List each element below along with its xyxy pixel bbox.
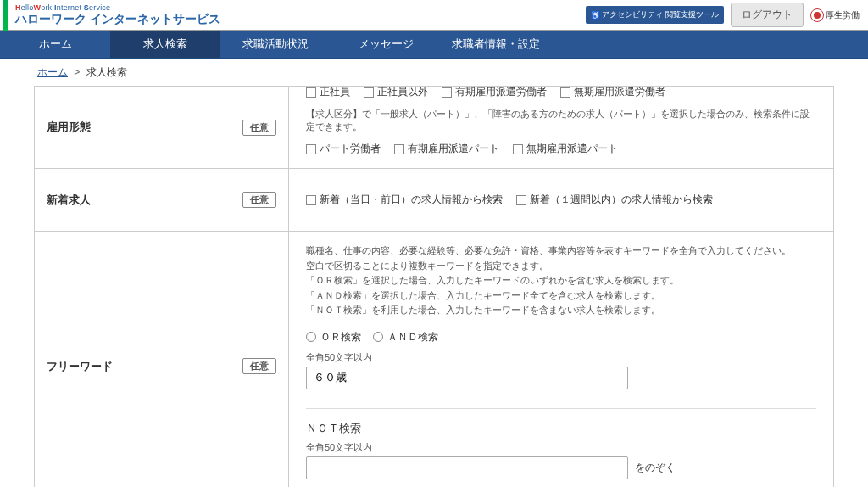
checkbox-icon xyxy=(306,87,316,98)
not-after-label: をのぞく xyxy=(635,461,676,475)
chk-other-fulltime[interactable]: 正社員以外 xyxy=(364,85,428,99)
accessibility-badge[interactable]: ♿ アクセシビリティ 閲覧支援ツール xyxy=(586,6,724,24)
radio-or[interactable]: ＯＲ検索 xyxy=(306,330,361,344)
cell-freeword-label: フリーワード 任意 xyxy=(35,232,289,488)
freeword-limit-label: 全角50文字以内 xyxy=(306,351,816,364)
accessibility-label: アクセシビリティ 閲覧支援ツール xyxy=(602,9,719,20)
nav-activity[interactable]: 求職活動状況 xyxy=(220,31,331,58)
nav-message[interactable]: メッセージ xyxy=(331,31,441,58)
breadcrumb-current: 求人検索 xyxy=(86,66,127,78)
chk-fixed-dispatch[interactable]: 有期雇用派遣労働者 xyxy=(442,85,547,99)
search-form-table: 雇用形態 任意 正社員 正社員以外 有期雇用派遣労働者 無期雇用派遣労働者 【求… xyxy=(34,86,834,487)
brand-jp: ハローワーク インターネットサービス xyxy=(15,13,220,25)
nav-home[interactable]: ホーム xyxy=(0,31,110,58)
brand-stripe-icon xyxy=(3,0,8,31)
radio-icon xyxy=(373,332,383,342)
cell-new-label: 新着求人 任意 xyxy=(35,169,289,232)
topbar-inner: HelloWork Internet Service ハローワーク インターネッ… xyxy=(0,0,868,30)
checkbox-icon xyxy=(442,87,452,98)
freeword-help: 職種名、仕事の内容、必要な経験等、必要な免許・資格、事業内容等を表すキーワードを… xyxy=(306,244,816,318)
checkbox-icon xyxy=(394,144,404,154)
row-employment: 雇用形態 任意 正社員 正社員以外 有期雇用派遣労働者 無期雇用派遣労働者 【求… xyxy=(35,87,834,169)
not-search-head: ＮＯＴ検索 xyxy=(306,421,816,436)
freeword-label: フリーワード xyxy=(47,359,113,374)
checkbox-icon xyxy=(306,144,316,154)
chk-new-today[interactable]: 新着（当日・前日）の求人情報から検索 xyxy=(306,193,503,207)
checkbox-icon xyxy=(306,195,316,205)
tag-optional: 任意 xyxy=(242,192,276,208)
radio-icon xyxy=(306,332,316,342)
brand: HelloWork Internet Service ハローワーク インターネッ… xyxy=(15,4,220,25)
not-search-input[interactable] xyxy=(306,456,628,479)
new-label: 新着求人 xyxy=(47,193,91,208)
breadcrumb-home-link[interactable]: ホーム xyxy=(37,66,68,78)
breadcrumb: ホーム > 求人検索 xyxy=(0,59,868,86)
cell-new-content: 新着（当日・前日）の求人情報から検索 新着（１週間以内）の求人情報から検索 xyxy=(289,169,834,232)
navbar: ホーム 求人検索 求職活動状況 メッセージ 求職者情報・設定 xyxy=(0,31,868,59)
accessibility-icon: ♿ xyxy=(591,11,600,20)
ministry-mark-icon xyxy=(810,8,824,22)
cell-employment-content: 正社員 正社員以外 有期雇用派遣労働者 無期雇用派遣労働者 【求人区分】で「一般… xyxy=(289,87,834,169)
nav-search[interactable]: 求人検索 xyxy=(110,31,220,58)
freeword-separator xyxy=(306,408,816,409)
tag-optional: 任意 xyxy=(242,120,276,136)
cell-freeword-content: 職種名、仕事の内容、必要な経験等、必要な免許・資格、事業内容等を表すキーワードを… xyxy=(289,232,834,488)
checkbox-icon xyxy=(516,195,526,205)
chk-nofixed-part-dispatch[interactable]: 無期雇用派遣パート xyxy=(513,142,618,156)
row-freeword: フリーワード 任意 職種名、仕事の内容、必要な経験等、必要な免許・資格、事業内容… xyxy=(35,232,834,488)
ministry-logo: 厚生労働 xyxy=(810,8,860,22)
not-limit-label: 全角50文字以内 xyxy=(306,441,816,454)
breadcrumb-sep: > xyxy=(74,66,80,78)
brand-h: H xyxy=(15,3,21,12)
topbar-right: ♿ アクセシビリティ 閲覧支援ツール ログアウト 厚生労働 xyxy=(586,3,860,27)
chk-fulltime[interactable]: 正社員 xyxy=(306,85,350,99)
checkbox-icon xyxy=(364,87,374,98)
cell-employment-label: 雇用形態 任意 xyxy=(35,87,289,169)
radio-and[interactable]: ＡＮＤ検索 xyxy=(373,330,438,344)
checkbox-icon xyxy=(513,144,523,154)
freeword-radio-group: ＯＲ検索 ＡＮＤ検索 xyxy=(306,330,816,344)
nav-seeker[interactable]: 求職者情報・設定 xyxy=(441,31,551,58)
form-area: 雇用形態 任意 正社員 正社員以外 有期雇用派遣労働者 無期雇用派遣労働者 【求… xyxy=(0,86,868,487)
employment-note: 【求人区分】で「一般求人（パート）」、「障害のある方のための求人（パート）」を選… xyxy=(306,108,816,133)
topbar: HelloWork Internet Service ハローワーク インターネッ… xyxy=(0,0,868,31)
row-new: 新着求人 任意 新着（当日・前日）の求人情報から検索 新着（１週間以内）の求人情… xyxy=(35,169,834,232)
chk-new-week[interactable]: 新着（１週間以内）の求人情報から検索 xyxy=(516,193,713,207)
employment-label: 雇用形態 xyxy=(47,120,91,135)
freeword-input[interactable] xyxy=(306,367,628,389)
ministry-label: 厚生労働 xyxy=(826,9,860,21)
chk-part[interactable]: パート労働者 xyxy=(306,142,381,156)
checkbox-icon xyxy=(560,87,570,98)
chk-fixed-part-dispatch[interactable]: 有期雇用派遣パート xyxy=(394,142,499,156)
logout-button[interactable]: ログアウト xyxy=(731,3,804,27)
tag-optional: 任意 xyxy=(242,358,276,374)
chk-nofixed-dispatch[interactable]: 無期雇用派遣労働者 xyxy=(560,85,665,99)
